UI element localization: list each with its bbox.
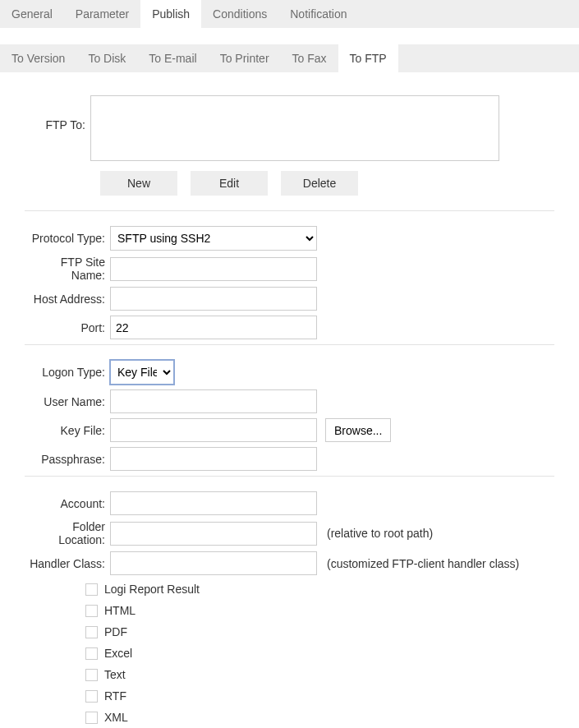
format-checkbox-logi[interactable] xyxy=(85,583,98,596)
user-name-input[interactable] xyxy=(110,389,317,413)
logon-type-select[interactable]: Key File xyxy=(110,360,174,385)
format-row: RTF xyxy=(85,687,554,705)
sub-tabbar: To Version To Disk To E-mail To Printer … xyxy=(0,44,579,72)
subtab-to-disk[interactable]: To Disk xyxy=(76,44,137,72)
host-address-label: Host Address: xyxy=(25,293,110,306)
divider xyxy=(25,210,554,211)
format-label[interactable]: Text xyxy=(104,668,126,681)
format-checkbox-rtf[interactable] xyxy=(85,690,98,703)
format-checkbox-excel[interactable] xyxy=(85,647,98,660)
format-row: HTML xyxy=(85,601,554,620)
key-file-label: Key File: xyxy=(25,424,110,437)
edit-button[interactable]: Edit xyxy=(191,171,268,196)
format-checkbox-html[interactable] xyxy=(85,605,98,617)
format-label[interactable]: HTML xyxy=(104,604,136,617)
button-row: New Edit Delete xyxy=(100,171,554,196)
passphrase-input[interactable] xyxy=(110,447,317,471)
subtab-to-version[interactable]: To Version xyxy=(0,44,76,72)
account-input[interactable] xyxy=(110,491,317,515)
format-checkbox-pdf[interactable] xyxy=(85,626,98,638)
ftpto-label: FTP To: xyxy=(25,95,90,131)
handler-class-hint: (customized FTP-client handler class) xyxy=(327,557,519,570)
main-tabbar: General Parameter Publish Conditions Not… xyxy=(0,0,579,28)
format-label[interactable]: XML xyxy=(104,711,128,724)
port-input[interactable] xyxy=(110,316,317,339)
folder-location-input[interactable] xyxy=(110,522,317,546)
format-row: Excel xyxy=(85,644,554,662)
handler-class-input[interactable] xyxy=(110,551,317,575)
format-label[interactable]: RTF xyxy=(104,689,126,703)
ftpto-textarea[interactable] xyxy=(90,95,499,161)
subtab-to-email[interactable]: To E-mail xyxy=(137,44,208,72)
port-label: Port: xyxy=(25,321,110,334)
content-area: FTP To: New Edit Delete Protocol Type: S… xyxy=(0,72,579,728)
ftp-site-name-label: FTP Site Name: xyxy=(25,256,110,282)
user-name-label: User Name: xyxy=(25,395,110,408)
format-checkbox-text[interactable] xyxy=(85,669,98,681)
ftp-site-name-input[interactable] xyxy=(110,257,317,281)
browse-button[interactable]: Browse... xyxy=(325,418,391,442)
format-checkbox-xml[interactable] xyxy=(85,712,98,724)
account-label: Account: xyxy=(25,497,110,510)
protocol-type-label: Protocol Type: xyxy=(25,232,110,245)
tab-publish[interactable]: Publish xyxy=(140,0,201,28)
protocol-type-select[interactable]: SFTP using SSH2 xyxy=(110,226,317,251)
passphrase-label: Passphrase: xyxy=(25,453,110,466)
format-row: Logi Report Result xyxy=(85,580,554,598)
new-button[interactable]: New xyxy=(100,171,177,196)
tab-general[interactable]: General xyxy=(0,0,64,28)
format-row: PDF xyxy=(85,623,554,641)
format-label[interactable]: Logi Report Result xyxy=(104,583,200,596)
format-row: XML xyxy=(85,708,554,726)
delete-button[interactable]: Delete xyxy=(281,171,358,196)
tab-conditions[interactable]: Conditions xyxy=(201,0,278,28)
subtab-to-printer[interactable]: To Printer xyxy=(209,44,281,72)
subtab-to-fax[interactable]: To Fax xyxy=(281,44,338,72)
divider xyxy=(25,344,554,345)
logon-type-label: Logon Type: xyxy=(25,366,110,379)
format-row: Text xyxy=(85,666,554,684)
host-address-input[interactable] xyxy=(110,287,317,311)
handler-class-label: Handler Class: xyxy=(25,557,110,570)
format-label[interactable]: Excel xyxy=(104,647,132,660)
folder-location-label: Folder Location: xyxy=(25,520,110,546)
subtab-to-ftp[interactable]: To FTP xyxy=(338,44,398,72)
key-file-input[interactable] xyxy=(110,418,317,442)
format-label[interactable]: PDF xyxy=(104,625,127,638)
folder-location-hint: (relative to root path) xyxy=(327,527,433,540)
tab-notification[interactable]: Notification xyxy=(278,0,358,28)
divider xyxy=(25,476,554,477)
tab-parameter[interactable]: Parameter xyxy=(64,0,140,28)
